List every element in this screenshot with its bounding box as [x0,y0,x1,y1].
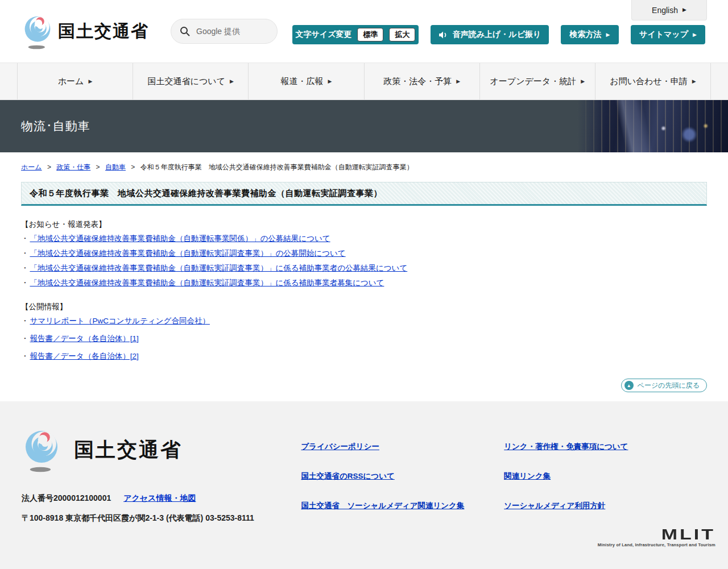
public-info-link[interactable]: 報告書／データ（各自治体）[1] [30,334,139,344]
list-item: ソーシャルメディア利用方針 [504,500,707,511]
bullet: ・ [21,351,29,362]
footer-link[interactable]: プライバシーポリシー [301,442,379,451]
public-info-link[interactable]: 報告書／データ（各自治体）[2] [30,351,139,362]
header-buttons: 文字サイズ変更 標準 拡大 音声読み上げ・ルビ振り 検索方法 ▶ サイトマッ [292,25,705,44]
mlit-wordmark-subtitle: Ministry of Land, Infrastructure, Transp… [598,542,715,547]
list-item: ・ 報告書／データ（各自治体）[2] [21,351,707,362]
footer-link[interactable]: リンク・著作権・免責事項について [504,442,628,451]
nav-item[interactable]: ホーム ▶ [17,63,133,99]
public-info-link[interactable]: サマリレポート（PwCコンサルティング合同会社） [30,316,210,326]
back-to-top-label: ページの先頭に戻る [638,381,700,391]
public-link-list: ・ サマリレポート（PwCコンサルティング合同会社） ・ 報告書／データ（各自治… [21,316,707,362]
chevron-right-icon: ▶ [581,79,585,84]
list-item: 国土交通省のRSSについて [301,471,504,481]
breadcrumb-separator: > [131,163,135,171]
list-item: ・ 「地域公共交通確保維持改善事業費補助金（自動運転事業関係）」の公募結果につい… [21,234,707,244]
nav-item[interactable]: 政策・法令・予算 ▶ [364,63,479,99]
bullet: ・ [21,316,29,326]
bullet: ・ [21,278,29,288]
page-title: 令和５年度執行事業 地域公共交通確保維持改善事業費補助金（自動運転実証調査事業） [30,188,698,199]
search-method-label: 検索方法 [570,30,602,40]
nav-item[interactable]: 国土交通省について ▶ [133,63,248,99]
audio-reading-label: 音声読み上げ・ルビ振り [453,30,541,40]
page-title-box: 令和５年度執行事業 地域公共交通確保維持改善事業費補助金（自動運転実証調査事業） [21,182,707,206]
font-size-changer: 文字サイズ変更 標準 拡大 [292,25,419,44]
nav-item-label: 国土交通省について [148,76,225,87]
list-item: ・ サマリレポート（PwCコンサルティング合同会社） [21,316,707,326]
highway-photo [577,100,728,152]
search-input[interactable] [196,27,264,36]
back-to-top-row: ▲ ページの先頭に戻る [21,379,707,392]
public-info-section: 【公開情報】 ・ サマリレポート（PwCコンサルティング合同会社） ・ 報告書／… [21,302,707,362]
site-logo[interactable]: 国土交通省 [22,13,149,49]
notice-link-list: ・ 「地域公共交通確保維持改善事業費補助金（自動運転事業関係）」の公募結果につい… [21,234,707,288]
chevron-right-icon: ▶ [88,79,92,84]
search-icon [179,26,191,37]
notice-link[interactable]: 「地域公共交通確保維持改善事業費補助金（自動運転実証調査事業）」に係る補助事業者… [30,278,384,288]
breadcrumb-link[interactable]: 政策・仕事 [56,163,90,171]
nav-item[interactable]: 報道・広報 ▶ [248,63,363,99]
mlit-wordmark-text: MLIT [598,529,715,540]
mlit-logo-icon [22,426,61,473]
footer-link[interactable]: ソーシャルメディア利用方針 [504,501,605,510]
corporate-number: 法人番号2000012100001 [22,493,111,502]
nav-item[interactable]: オープンデータ・統計 ▶ [479,63,595,99]
list-item: リンク・著作権・免責事項について [504,441,707,452]
chevron-right-icon: ▶ [692,79,696,84]
font-size-label: 文字サイズ変更 [296,30,352,40]
public-info-heading: 【公開情報】 [21,302,707,312]
list-item: ・ 「地域公共交通確保維持改善事業費補助金（自動運転実証調査事業）」の公募開始に… [21,248,707,259]
sitemap-button[interactable]: サイトマップ ▶ [631,25,705,44]
footer-links-col1: プライバシーポリシー 国土交通省のRSSについて 国土交通省 ソーシャルメディア… [301,426,504,530]
font-size-large-button[interactable]: 拡大 [389,28,415,41]
header-inner: 国土交通省 文字サイズ変更 標準 拡大 [0,0,728,63]
chevron-right-icon: ▶ [682,7,686,13]
bullet: ・ [21,263,29,273]
notice-link[interactable]: 「地域公共交通確保維持改善事業費補助金（自動運転事業関係）」の公募結果について [30,234,330,244]
footer-brand-block: 国土交通省 法人番号2000012100001 アクセス情報・地図 〒100-8… [22,426,301,530]
chevron-right-icon: ▶ [606,32,610,38]
global-nav-list: ホーム ▶ 国土交通省について ▶ 報道・広報 ▶ 政策・法令・予算 ▶ [0,63,728,99]
site-header: English ▶ 国土交通省 [0,0,728,63]
notice-link[interactable]: 「地域公共交通確保維持改善事業費補助金（自動運転実証調査事業）」に係る補助事業者… [30,263,408,273]
list-item: 国土交通省 ソーシャルメディア関連リンク集 [301,500,504,511]
nav-item[interactable]: お問い合わせ・申請 ▶ [595,63,711,99]
notice-heading: 【お知らせ・報道発表】 [21,219,707,230]
chevron-right-icon: ▶ [456,79,460,84]
english-label: English [652,6,678,15]
footer-link[interactable]: 国土交通省 ソーシャルメディア関連リンク集 [301,501,464,510]
category-title: 物流･自動車 [0,118,90,134]
main-content: ホーム > 政策・仕事 > 自動車 > 令和５年度執行事業 地域公共交通確保維持… [0,152,728,392]
back-to-top-button[interactable]: ▲ ページの先頭に戻る [621,379,707,392]
sitemap-label: サイトマップ [639,30,688,40]
footer-link[interactable]: 関連リンク集 [504,472,551,480]
search-method-button[interactable]: 検索方法 ▶ [561,25,619,44]
breadcrumb: ホーム > 政策・仕事 > 自動車 > 令和５年度執行事業 地域公共交通確保維持… [21,163,707,172]
audio-reading-button[interactable]: 音声読み上げ・ルビ振り [431,25,549,44]
access-map-link[interactable]: アクセス情報・地図 [123,493,196,502]
page-root: English ▶ 国土交通省 [0,0,728,569]
list-item: プライバシーポリシー [301,441,504,452]
footer-links-col2: リンク・著作権・免責事項について 関連リンク集 ソーシャルメディア利用方針 [504,426,707,530]
mlit-wordmark: MLIT Ministry of Land, Infrastructure, T… [598,525,715,547]
page-top-icon: ▲ [624,381,634,390]
nav-item-label: お問い合わせ・申請 [610,76,687,87]
notice-section: 【お知らせ・報道発表】 ・ 「地域公共交通確保維持改善事業費補助金（自動運転事業… [21,219,707,288]
nav-item-label: 政策・法令・予算 [383,76,452,87]
site-search[interactable] [171,19,278,44]
mlit-logo-icon [22,13,53,49]
breadcrumb-link[interactable]: ホーム [21,163,42,171]
chevron-right-icon: ▶ [328,79,332,84]
footer-logo: 国土交通省 [22,426,301,473]
english-button[interactable]: English ▶ [631,0,707,20]
site-footer: 国土交通省 法人番号2000012100001 アクセス情報・地図 〒100-8… [0,401,728,569]
nav-item-label: オープンデータ・統計 [490,76,576,87]
font-size-standard-button[interactable]: 標準 [357,28,383,41]
footer-link[interactable]: 国土交通省のRSSについて [301,472,394,480]
category-banner: 物流･自動車 [0,100,728,152]
notice-link[interactable]: 「地域公共交通確保維持改善事業費補助金（自動運転実証調査事業）」の公募開始につい… [30,248,346,259]
bullet: ・ [21,334,29,344]
speaker-icon [439,31,448,39]
list-item: 関連リンク集 [504,471,707,481]
breadcrumb-link[interactable]: 自動車 [105,163,126,171]
